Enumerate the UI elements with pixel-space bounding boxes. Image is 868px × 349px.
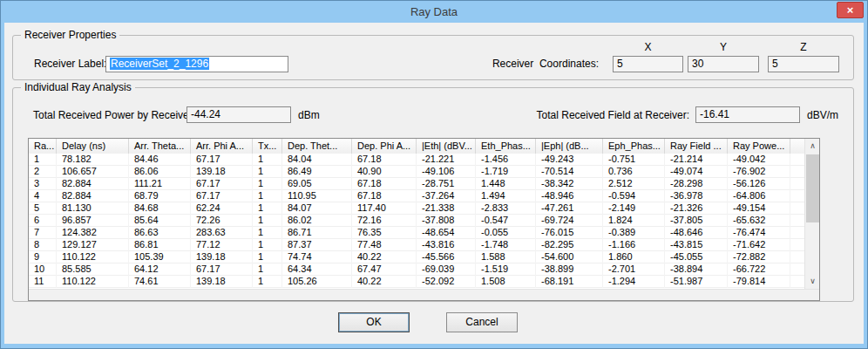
ray-data-table: Ra...Delay (ns)Arr. Theta...Arr. Phi A..… bbox=[28, 138, 820, 301]
table-cell: -1.166 bbox=[603, 239, 665, 251]
table-row[interactable]: 482.88468.7967.171110.9567.18-37.2641.49… bbox=[29, 190, 804, 202]
scroll-down-icon[interactable]: ∨ bbox=[805, 274, 820, 289]
table-row[interactable]: 7124.38286.63283.63186.7176.35-48.654-0.… bbox=[29, 227, 804, 239]
header-cell[interactable]: Eth_Phas... bbox=[476, 139, 536, 154]
receiver-label-caption: Receiver Label: bbox=[34, 58, 106, 70]
table-cell: 84.68 bbox=[129, 202, 191, 215]
close-button[interactable]: × bbox=[837, 2, 864, 18]
table-cell: -38.342 bbox=[536, 178, 603, 190]
header-cell[interactable]: Ray Powe... bbox=[728, 139, 790, 154]
table-cell: 139.18 bbox=[191, 251, 253, 263]
coord-x-field[interactable]: 5 bbox=[613, 56, 683, 72]
table-cell: 129.127 bbox=[57, 239, 129, 251]
table-cell: 1 bbox=[253, 251, 282, 263]
header-cell[interactable]: Arr. Theta... bbox=[129, 139, 191, 154]
header-cell[interactable]: Dep. Phi A... bbox=[352, 139, 417, 154]
table-cell: -65.632 bbox=[728, 215, 790, 227]
vertical-scrollbar-thumb[interactable] bbox=[806, 154, 819, 222]
header-cell[interactable]: |Eph| (dB... bbox=[536, 139, 603, 154]
table-cell: 84.07 bbox=[282, 202, 352, 215]
table-cell: -38.899 bbox=[536, 263, 603, 276]
total-field-field[interactable]: -16.41 bbox=[695, 106, 800, 123]
table-cell: 1 bbox=[253, 215, 282, 227]
ok-button[interactable]: OK bbox=[338, 312, 410, 332]
table-cell: -43.815 bbox=[665, 239, 728, 251]
coord-z-field[interactable]: 5 bbox=[768, 56, 839, 72]
header-cell[interactable]: Delay (ns) bbox=[57, 139, 129, 154]
table-row[interactable]: 581.13084.6862.24184.07117.40-21.338-2.8… bbox=[29, 202, 804, 215]
table-cell: 40.22 bbox=[352, 251, 417, 263]
table-cell: 1 bbox=[29, 154, 57, 166]
header-cell[interactable]: Ray Field ... bbox=[665, 139, 728, 154]
table-cell: -48.654 bbox=[417, 227, 476, 239]
table-row[interactable]: 2106.65786.06139.18186.4940.90-49.106-1.… bbox=[29, 166, 804, 178]
table-cell: -71.642 bbox=[728, 239, 790, 251]
table-cell: 82.884 bbox=[57, 190, 129, 202]
table-cell: -21.338 bbox=[417, 202, 476, 215]
total-power-field[interactable]: -44.24 bbox=[186, 106, 291, 123]
table-cell: 1 bbox=[253, 263, 282, 276]
table-cell: -69.039 bbox=[417, 263, 476, 276]
table-row[interactable]: 8129.12786.8177.12187.3777.48-43.816-1.7… bbox=[29, 239, 804, 251]
table-cell: 1 bbox=[253, 166, 282, 178]
table-cell: 86.63 bbox=[129, 227, 191, 239]
table-cell: -37.264 bbox=[417, 190, 476, 202]
coord-header-z: Z bbox=[768, 41, 839, 53]
header-cell[interactable]: Arr. Phi A... bbox=[191, 139, 253, 154]
table-cell: -54.600 bbox=[536, 251, 603, 263]
table-row[interactable]: 382.884111.2167.17169.0567.18-28.7511.44… bbox=[29, 178, 804, 190]
table-cell: 106.657 bbox=[57, 166, 129, 178]
cancel-button[interactable]: Cancel bbox=[446, 312, 518, 332]
coord-y-field[interactable]: 30 bbox=[688, 56, 759, 72]
table-cell: 77.48 bbox=[352, 239, 417, 251]
table-cell: 81.130 bbox=[57, 202, 129, 215]
receiver-coordinates-caption: Receiver Coordinates: bbox=[492, 58, 599, 70]
table-cell: -0.751 bbox=[603, 154, 665, 166]
header-cell[interactable]: Tx... bbox=[253, 139, 282, 154]
table-cell: 7 bbox=[29, 227, 57, 239]
title-bar[interactable]: Ray Data bbox=[1, 1, 867, 24]
table-cell bbox=[790, 202, 804, 215]
table-cell: 67.17 bbox=[191, 263, 253, 276]
table-cell: -36.978 bbox=[665, 190, 728, 202]
header-cell[interactable]: Dep. Thet... bbox=[282, 139, 352, 154]
header-cell[interactable]: Ra... bbox=[29, 139, 57, 154]
table-cell: -48.646 bbox=[665, 227, 728, 239]
table-cell: -28.298 bbox=[665, 178, 728, 190]
table-cell: 86.71 bbox=[282, 227, 352, 239]
total-field-caption: Total Received Field at Receiver: bbox=[537, 109, 689, 121]
table-cell: 1 bbox=[253, 239, 282, 251]
table-cell: 3 bbox=[29, 178, 57, 190]
table-cell: 2 bbox=[29, 166, 57, 178]
receiver-label-field[interactable]: ReceiverSet_2_1296 bbox=[105, 56, 288, 72]
header-cell[interactable]: |Eth| (dBV... bbox=[417, 139, 476, 154]
table-cell: 67.18 bbox=[352, 190, 417, 202]
table-cell: -49.154 bbox=[728, 202, 790, 215]
table-cell: -1.519 bbox=[476, 263, 536, 276]
table-row[interactable]: 696.85785.6472.26186.0272.16-37.808-0.54… bbox=[29, 215, 804, 227]
table-cell: 1 bbox=[253, 276, 282, 288]
table-cell: 85.585 bbox=[57, 263, 129, 276]
table-cell: -1.294 bbox=[603, 276, 665, 288]
table-cell: 105.39 bbox=[129, 251, 191, 263]
header-cell[interactable]: Eph_Phas... bbox=[603, 139, 665, 154]
table-row[interactable]: 11110.12274.61139.181105.2640.22-52.0921… bbox=[29, 276, 804, 288]
table-row[interactable]: 178.18284.4667.17184.0467.18-21.221-1.45… bbox=[29, 154, 804, 166]
table-row[interactable]: 1085.58564.1267.17164.3467.47-69.039-1.5… bbox=[29, 263, 804, 276]
table-cell: -0.547 bbox=[476, 215, 536, 227]
table-row[interactable]: 9110.122105.39139.18174.7440.22-45.5661.… bbox=[29, 251, 804, 263]
table-cell: -28.751 bbox=[417, 178, 476, 190]
horizontal-scrollbar[interactable] bbox=[29, 289, 819, 300]
vertical-scrollbar[interactable]: ∧ ∨ bbox=[804, 139, 819, 289]
table-cell: -1.456 bbox=[476, 154, 536, 166]
table-cell bbox=[790, 215, 804, 227]
table-cell: -76.902 bbox=[728, 166, 790, 178]
table-cell: -37.805 bbox=[665, 215, 728, 227]
table-cell: 6 bbox=[29, 215, 57, 227]
table-cell: 40.90 bbox=[352, 166, 417, 178]
table-cell: -68.191 bbox=[536, 276, 603, 288]
table-cell: 77.12 bbox=[191, 239, 253, 251]
table-cell bbox=[790, 154, 804, 166]
scroll-up-icon[interactable]: ∧ bbox=[805, 139, 820, 154]
table-cell: 68.79 bbox=[129, 190, 191, 202]
